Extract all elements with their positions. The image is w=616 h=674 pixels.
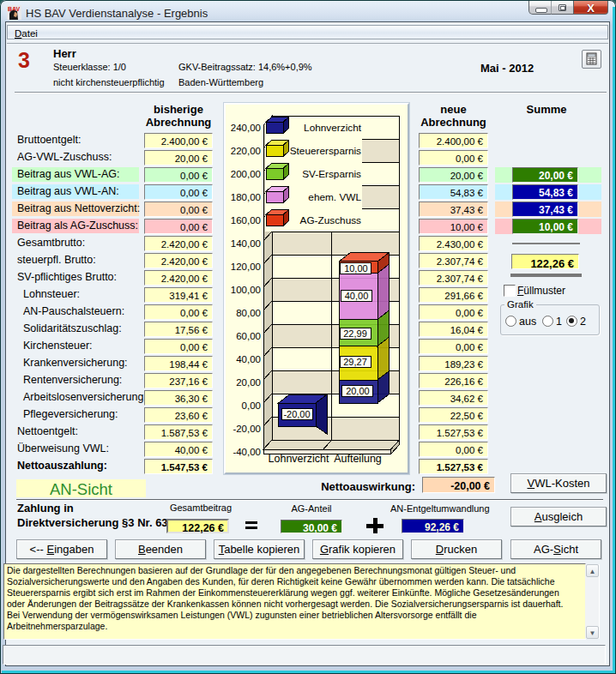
svg-text:ehem. VWL: ehem. VWL (308, 191, 361, 203)
svg-text:Aufteilung: Aufteilung (334, 453, 382, 465)
svg-text:200,00: 200,00 (231, 169, 261, 179)
svg-text:Lohnverzicht: Lohnverzicht (269, 453, 329, 465)
svg-text:220,00: 220,00 (231, 146, 261, 156)
svg-text:140,00: 140,00 (231, 238, 261, 249)
svg-text:22,99: 22,99 (343, 328, 367, 339)
svg-text:40,00: 40,00 (345, 291, 369, 301)
svg-text:80,00: 80,00 (236, 308, 261, 318)
svg-text:-20,00: -20,00 (233, 424, 261, 434)
svg-text:10,00: 10,00 (344, 263, 368, 274)
svg-text:60,00: 60,00 (236, 331, 261, 341)
svg-text:20,00: 20,00 (236, 377, 261, 388)
svg-text:100,00: 100,00 (231, 285, 261, 295)
svg-text:Steuerersparnis: Steuerersparnis (290, 145, 361, 157)
svg-text:40,00: 40,00 (236, 354, 261, 364)
svg-text:20,00: 20,00 (346, 386, 370, 396)
svg-text:160,00: 160,00 (231, 215, 261, 226)
svg-text:AG-Zuschuss: AG-Zuschuss (300, 214, 362, 226)
svg-text:SV-Ersparnis: SV-Ersparnis (302, 168, 361, 180)
svg-text:0,00: 0,00 (242, 400, 261, 411)
svg-text:120,00: 120,00 (231, 262, 261, 272)
svg-text:-40,00: -40,00 (233, 447, 261, 457)
svg-text:29,27: 29,27 (343, 357, 367, 367)
svg-text:240,00: 240,00 (231, 123, 261, 133)
svg-text:-20,00: -20,00 (283, 409, 310, 419)
svg-text:180,00: 180,00 (231, 192, 261, 202)
svg-text:Lohnverzicht: Lohnverzicht (304, 122, 362, 134)
